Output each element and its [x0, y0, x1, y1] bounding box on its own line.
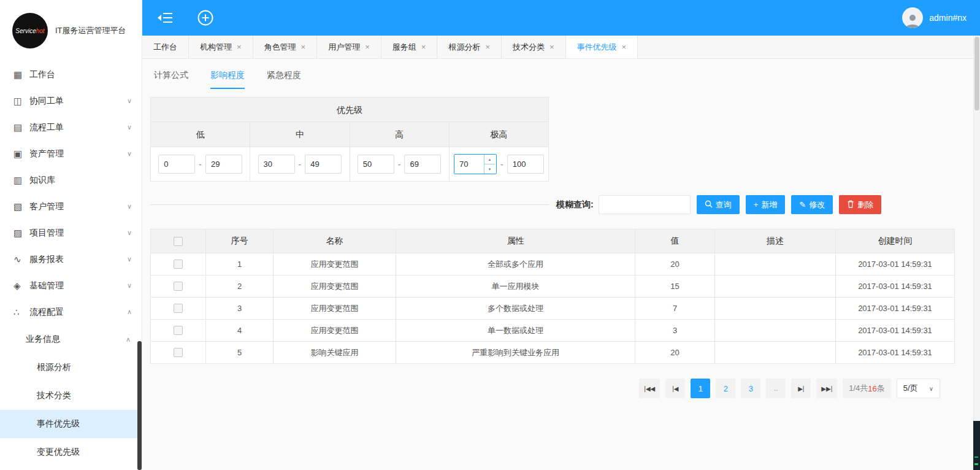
cell-seq: 3	[206, 298, 274, 319]
high-max-input[interactable]	[404, 155, 441, 174]
close-icon[interactable]: ×	[622, 42, 627, 52]
number-spinner[interactable]: ▴ ▾	[484, 155, 495, 174]
select-all-checkbox[interactable]	[174, 237, 183, 246]
sidebar-item-root-cause[interactable]: 根源分析	[0, 353, 142, 382]
topbar-user-area[interactable]: admin#nx	[902, 7, 967, 28]
critical-max-input[interactable]	[507, 155, 544, 174]
low-max-input[interactable]	[205, 155, 242, 174]
sidebar-leaf-label: 根源分析	[37, 362, 71, 373]
add-button[interactable]: + 新增	[746, 195, 786, 214]
tab-root-cause[interactable]: 根源分析 ×	[437, 36, 502, 58]
sidebar-item-customers[interactable]: ▧ 客户管理 ∨	[0, 193, 142, 220]
row-checkbox[interactable]	[174, 348, 183, 357]
row-checkbox[interactable]	[174, 304, 183, 313]
window-scrollbar[interactable]	[973, 36, 980, 421]
cell-value: 15	[635, 275, 715, 297]
total-count: 16	[868, 384, 876, 393]
sidebar-item-label: 基础管理	[29, 280, 127, 291]
priority-range-inputs: - - -	[151, 147, 548, 181]
next-page-button[interactable]: ▶|	[791, 379, 811, 398]
tab-incident-priority[interactable]: 事件优先级 ×	[566, 36, 638, 58]
spinner-down-icon[interactable]: ▾	[484, 164, 495, 174]
close-icon[interactable]: ×	[485, 42, 490, 52]
fuzzy-search-label: 模糊查询:	[556, 199, 594, 210]
table-row[interactable]: 5 影响关键应用 严重影响到关键业务应用 20 2017-03-01 14:59…	[151, 341, 954, 363]
sidebar-item-label: 项目管理	[29, 228, 127, 239]
spinner-up-icon[interactable]: ▴	[484, 155, 495, 164]
cell-name: 影响关键应用	[274, 342, 396, 363]
row-checkbox[interactable]	[174, 260, 183, 269]
tab-service-group[interactable]: 服务组 ×	[381, 36, 438, 58]
sidebar-item-assets[interactable]: ▣ 资产管理 ∨	[0, 141, 142, 167]
last-page-button[interactable]: ▶▶|	[816, 379, 837, 398]
sidebar-item-collab-orders[interactable]: ◫ 协同工单 ∨	[0, 88, 142, 114]
table-row[interactable]: 2 应用变更范围 单一应用模块 15 2017-03-01 14:59:31	[151, 275, 954, 297]
cell-created: 2017-03-01 14:59:31	[836, 298, 954, 319]
subtab-urgency[interactable]: 紧急程度	[267, 70, 301, 89]
sidebar-item-knowledge-base[interactable]: ▥ 知识库	[0, 167, 142, 193]
scrollbar-thumb[interactable]	[974, 37, 979, 110]
edit-button[interactable]: ✎ 修改	[791, 195, 833, 214]
table-row[interactable]: 1 应用变更范围 全部或多个应用 20 2017-03-01 14:59:31	[151, 253, 954, 275]
close-icon[interactable]: ×	[549, 42, 554, 52]
subtab-impact[interactable]: 影响程度	[210, 70, 245, 89]
level-critical-header: 极高	[450, 122, 548, 147]
horizontal-divider	[150, 204, 549, 205]
tab-org-mgmt[interactable]: 机构管理 ×	[189, 36, 253, 58]
first-page-button[interactable]: |◀◀	[639, 379, 660, 398]
tab-user-mgmt[interactable]: 用户管理 ×	[317, 36, 381, 58]
delete-button[interactable]: 删除	[839, 195, 881, 214]
sidebar-item-basic-mgmt[interactable]: ◈ 基础管理 ∨	[0, 272, 142, 299]
collapse-menu-icon[interactable]	[156, 9, 174, 27]
prev-page-button[interactable]: |◀	[665, 379, 685, 398]
close-icon[interactable]: ×	[237, 42, 242, 52]
sidebar-item-business-info[interactable]: 业务信息 ∧	[0, 325, 142, 353]
sidebar-leaf-label: 事件优先级	[37, 418, 80, 430]
subtab-formula[interactable]: 计算公式	[154, 70, 188, 89]
trash-icon	[847, 200, 854, 210]
edit-button-label: 修改	[809, 199, 825, 210]
row-checkbox[interactable]	[174, 282, 183, 291]
sidebar-item-incident-priority[interactable]: 事件优先级	[0, 410, 142, 438]
query-button[interactable]: 查询	[697, 195, 740, 214]
sidebar-scrollbar[interactable]	[137, 341, 142, 470]
tab-workbench[interactable]: 工作台	[142, 36, 189, 58]
critical-min-number-input[interactable]: ▴ ▾	[454, 154, 497, 174]
sidebar-item-label: 流程配置	[29, 307, 127, 318]
low-min-input[interactable]	[158, 155, 195, 174]
sidebar-item-tech-category[interactable]: 技术分类	[0, 382, 142, 410]
add-circle-icon[interactable]	[196, 9, 215, 27]
critical-min-input[interactable]	[454, 155, 484, 174]
row-checkbox[interactable]	[174, 326, 183, 335]
page-button-3[interactable]: 3	[741, 379, 760, 398]
tab-tech-category[interactable]: 技术分类 ×	[502, 36, 566, 58]
medium-min-input[interactable]	[258, 155, 295, 174]
range-cell-critical: ▴ ▾ -	[450, 147, 548, 181]
high-min-input[interactable]	[358, 155, 394, 174]
cell-desc	[715, 298, 836, 319]
close-icon[interactable]: ×	[421, 42, 426, 52]
fuzzy-search-input[interactable]	[599, 195, 691, 214]
close-icon[interactable]: ×	[301, 42, 306, 52]
delete-button-label: 删除	[857, 199, 873, 210]
sidebar-item-process-config[interactable]: ∴ 流程配置 ∧	[0, 299, 142, 325]
sidebar-item-projects[interactable]: ▨ 项目管理 ∨	[0, 220, 142, 246]
header-name: 名称	[274, 229, 396, 253]
cell-attr: 全部或多个应用	[396, 253, 635, 275]
tab-role-mgmt[interactable]: 角色管理 ×	[253, 36, 318, 58]
cell-created: 2017-03-01 14:59:31	[836, 320, 954, 341]
table-row[interactable]: 3 应用变更范围 多个数据或处理 7 2017-03-01 14:59:31	[151, 297, 954, 319]
sidebar-item-reports[interactable]: ∿ 服务报表 ∨	[0, 246, 142, 272]
header-desc: 描述	[715, 229, 836, 253]
sidebar-item-label: 服务报表	[29, 254, 127, 265]
sidebar-item-change-priority[interactable]: 变更优先级	[0, 438, 142, 466]
medium-max-input[interactable]	[305, 155, 342, 174]
page-button-1[interactable]: 1	[691, 379, 710, 398]
sidebar-item-workbench[interactable]: ▦ 工作台	[0, 61, 142, 88]
table-row[interactable]: 4 应用变更范围 单一数据或处理 3 2017-03-01 14:59:31	[151, 319, 954, 341]
avatar[interactable]	[902, 7, 923, 28]
sidebar-item-process-orders[interactable]: ▤ 流程工单 ∨	[0, 114, 142, 141]
page-button-2[interactable]: 2	[716, 379, 735, 398]
page-size-select[interactable]: 5/页 ∨	[897, 379, 940, 398]
close-icon[interactable]: ×	[365, 42, 370, 52]
